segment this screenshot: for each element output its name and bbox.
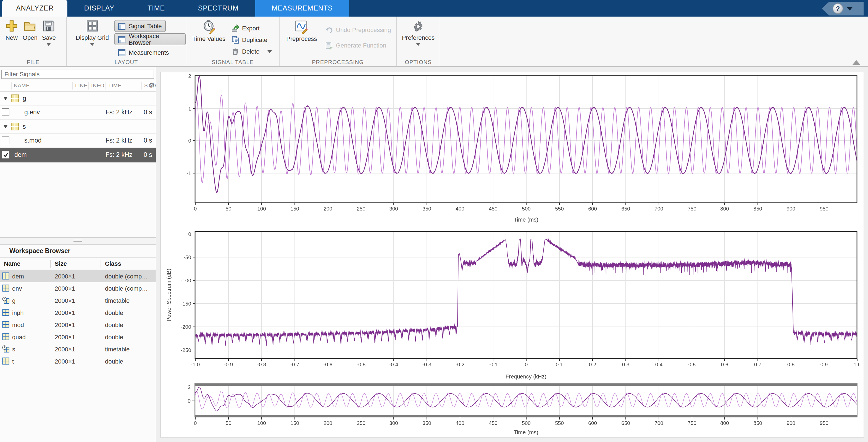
group-expand-icon[interactable]	[3, 96, 8, 100]
column-header-time: TIME	[105, 82, 142, 89]
signal-time: Fs: 2 kHz	[105, 137, 142, 144]
display-card	[160, 72, 864, 438]
tab-display[interactable]: DISPLAY	[68, 0, 131, 17]
undo-icon	[325, 26, 333, 34]
workspace-row-quad[interactable]: quad2000×1double	[0, 331, 156, 343]
matrix-variable-icon	[2, 285, 9, 292]
column-header-class: Class	[101, 260, 156, 268]
column-settings-gear-icon[interactable]: ⚙	[149, 81, 155, 90]
tab-analyzer[interactable]: ANALYZER	[2, 0, 68, 17]
panel-splitter[interactable]	[0, 237, 156, 245]
duplicate-button[interactable]: Duplicate	[231, 34, 272, 45]
signal-name: g.env	[11, 109, 72, 116]
signal-name: s.mod	[11, 137, 72, 144]
measurements-layout-icon	[118, 49, 125, 56]
generate-function-icon	[325, 41, 333, 50]
export-button[interactable]: Export	[231, 22, 272, 34]
variable-class: timetable	[101, 297, 156, 304]
variable-class: timetable	[101, 346, 156, 352]
ribbon-section-signal-table: Time Values Export	[186, 17, 280, 66]
column-header-line: LINE	[72, 82, 88, 89]
toggle-signal-table[interactable]: Signal Table	[114, 20, 165, 32]
toggle-workspace-browser[interactable]: Workspace Browser	[114, 33, 186, 45]
chevron-down-icon	[847, 7, 852, 10]
matrix-variable-icon	[2, 273, 9, 280]
tab-time[interactable]: TIME	[131, 0, 182, 17]
workspace-row-g[interactable]: g2000×1timetable	[0, 294, 156, 307]
generate-function-button[interactable]: Generate Function	[325, 39, 391, 52]
signal-table-layout-icon	[118, 22, 125, 30]
display-grid-caret[interactable]	[90, 43, 94, 46]
workspace-row-env[interactable]: env2000×1double (comp…	[0, 282, 156, 294]
duplicate-icon	[231, 36, 239, 43]
panner-canvas[interactable]	[163, 380, 860, 437]
column-header-info: INFO	[88, 82, 105, 89]
ribbon: New Open	[0, 17, 868, 67]
matrix-variable-icon	[2, 358, 9, 365]
toggle-measurements[interactable]: Measurements	[114, 46, 173, 59]
signal-group-row-s[interactable]: s	[0, 120, 156, 133]
variable-class: double (comp…	[101, 273, 156, 280]
save-button[interactable]: Save	[42, 19, 56, 46]
visibility-checkbox[interactable]	[2, 108, 9, 116]
variable-size: 2000×1	[51, 321, 101, 328]
workspace-row-mod[interactable]: mod2000×1double	[0, 319, 156, 331]
preferences-caret[interactable]	[416, 43, 421, 46]
ribbon-spacer	[440, 17, 868, 66]
display-grid-icon	[86, 19, 99, 33]
time-values-button[interactable]: Time Values	[192, 19, 226, 57]
workspace-row-t[interactable]: t2000×1double	[0, 355, 156, 368]
workspace-header: Name Size Class	[0, 258, 156, 270]
help-button[interactable]: ?	[822, 2, 864, 15]
new-plus-icon	[5, 19, 18, 33]
main-content: NAME LINE INFO TIME START ⚙ g g	[0, 67, 868, 442]
spectrum-plot-canvas[interactable]	[163, 228, 860, 382]
tab-spectrum[interactable]: SPECTRUM	[182, 0, 255, 17]
workspace-row-inph[interactable]: inph2000×1double	[0, 307, 156, 319]
preferences-button[interactable]: Preferences	[399, 19, 438, 46]
filter-signals-input[interactable]	[1, 69, 154, 79]
signal-row-dem[interactable]: dem Fs: 2 kHz 0 s	[0, 148, 156, 162]
matrix-variable-icon	[2, 334, 9, 341]
preprocess-button[interactable]: Preprocess	[284, 19, 319, 52]
signal-group-row-g[interactable]: g	[0, 91, 156, 105]
signal-row-g-env[interactable]: g.env Fs: 2 kHz 0 s	[0, 105, 156, 120]
workspace-row-dem[interactable]: dem2000×1double (comp…	[0, 270, 156, 282]
group-expand-icon[interactable]	[3, 125, 8, 128]
preprocess-signal-icon	[294, 19, 309, 34]
signal-table-header: NAME LINE INFO TIME START ⚙	[0, 80, 156, 91]
column-header-size: Size	[51, 260, 101, 268]
display-grid-button[interactable]: Display Grid	[74, 19, 110, 59]
toolstrip-tab-bar: ANALYZER DISPLAY TIME SPECTRUM MEASUREME…	[0, 0, 868, 17]
help-icon: ?	[833, 3, 843, 14]
visibility-checkbox[interactable]	[2, 136, 9, 144]
ribbon-collapse-arrow[interactable]	[852, 60, 860, 65]
variable-name: inph	[12, 309, 24, 316]
variable-name: dem	[12, 273, 24, 280]
signal-start: 0 s	[142, 137, 156, 144]
matrix-variable-icon	[2, 321, 9, 328]
save-dropdown-caret[interactable]	[47, 43, 51, 46]
delete-button[interactable]: Delete	[231, 45, 272, 57]
save-floppy-icon	[42, 19, 56, 33]
signal-start: 0 s	[142, 151, 156, 158]
timetable-variable-icon	[2, 297, 9, 304]
workspace-empty-area	[0, 368, 156, 442]
time-plot-canvas[interactable]	[163, 73, 860, 227]
signal-analyzer-window: ANALYZER DISPLAY TIME SPECTRUM MEASUREME…	[0, 0, 868, 442]
visibility-checkbox-checked[interactable]	[2, 151, 9, 159]
undo-preprocessing-button[interactable]: Undo Preprocessing	[325, 24, 391, 36]
variable-name: g	[12, 297, 16, 304]
open-button[interactable]: Open	[23, 19, 38, 46]
workspace-browser-title: Workspace Browser	[0, 245, 156, 258]
delete-trash-icon	[231, 47, 239, 55]
column-header-name: NAME	[11, 82, 72, 89]
delete-dropdown-caret[interactable]	[268, 50, 272, 53]
variable-name: quad	[12, 334, 26, 340]
ribbon-section-layout: Display Grid Signal Table	[67, 17, 186, 66]
variable-size: 2000×1	[51, 346, 101, 352]
workspace-row-s[interactable]: s2000×1timetable	[0, 343, 156, 355]
new-button[interactable]: New	[5, 19, 18, 46]
signal-row-s-mod[interactable]: s.mod Fs: 2 kHz 0 s	[0, 133, 156, 148]
tab-measurements[interactable]: MEASUREMENTS	[255, 0, 349, 17]
